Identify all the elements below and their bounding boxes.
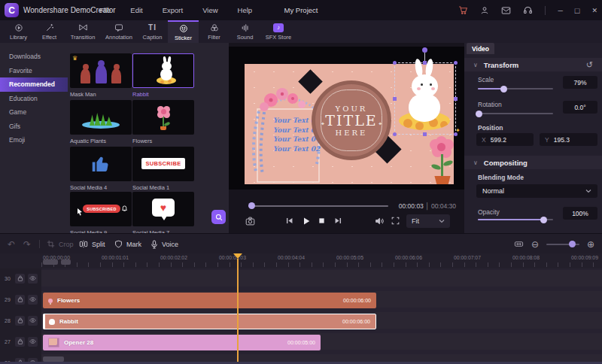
- tab-filter[interactable]: Filter: [199, 20, 230, 43]
- timeline-ruler[interactable]: 00:00:00:00 00:00:01:01 00:00:02:02 00:0…: [0, 253, 602, 268]
- lock-icon[interactable]: [15, 316, 25, 326]
- sticker-thumb-social-media-4[interactable]: [70, 147, 132, 181]
- scale-value[interactable]: 79%: [563, 76, 597, 89]
- sticker-card-social-media-1[interactable]: SUBSCRIBE Social Media 1: [132, 147, 194, 191]
- scale-slider[interactable]: [500, 86, 507, 93]
- sticker-thumb-aquatic-plants[interactable]: [70, 100, 132, 135]
- chevron-down-icon[interactable]: ∨: [473, 159, 478, 166]
- sticker-thumb-flowers[interactable]: [132, 100, 194, 135]
- menu-edit[interactable]: Edit: [130, 6, 142, 14]
- menu-file[interactable]: File: [99, 6, 111, 14]
- sticker-card-social-media-9[interactable]: SUBSCRIBED Social Media 9: [70, 192, 132, 236]
- rotation-slider[interactable]: [476, 111, 482, 117]
- cart-icon[interactable]: [458, 5, 468, 15]
- lock-icon[interactable]: [15, 337, 25, 347]
- fullscreen-icon[interactable]: [391, 217, 400, 225]
- selection-handle-e[interactable]: [454, 97, 458, 101]
- crop-tool[interactable]: Crop: [47, 234, 74, 254]
- eye-icon[interactable]: [28, 316, 38, 326]
- sticker-thumb-rabbit[interactable]: [132, 53, 194, 88]
- maximize-button[interactable]: □: [575, 6, 580, 15]
- selection-handle-se[interactable]: [454, 132, 458, 136]
- play-button[interactable]: [302, 217, 311, 226]
- tab-caption[interactable]: TI Caption: [137, 20, 168, 43]
- eye-icon[interactable]: [28, 337, 38, 347]
- lock-icon[interactable]: [15, 295, 25, 305]
- volume-icon[interactable]: [375, 217, 385, 226]
- sticker-search-button[interactable]: [211, 210, 226, 224]
- menu-export[interactable]: Export: [163, 6, 183, 14]
- rotation-handle[interactable]: [422, 47, 427, 53]
- sticker-card-mask-man[interactable]: ♛ Mask Man: [70, 53, 132, 98]
- opacity-value[interactable]: 100%: [563, 207, 597, 220]
- tab-effect[interactable]: Effect: [34, 20, 65, 43]
- tab-video-properties[interactable]: Video: [467, 43, 494, 54]
- sticker-thumb-social-media-9[interactable]: SUBSCRIBED: [70, 192, 132, 226]
- snapshot-camera-icon[interactable]: [245, 217, 255, 226]
- redo-button[interactable]: ↷: [23, 234, 31, 254]
- tab-annotation[interactable]: Annotation: [101, 20, 137, 43]
- tab-sfx-store[interactable]: ♪ SFX Store: [260, 20, 296, 43]
- clip-rabbit-selected[interactable]: Rabbit 00:00:06:00: [43, 314, 376, 329]
- preview-zoom-select[interactable]: Fit: [406, 214, 450, 228]
- split-tool[interactable]: Split: [79, 234, 105, 254]
- selection-handle-n[interactable]: [423, 61, 427, 65]
- sticker-card-social-media-7[interactable]: ♥ Social Media 7: [132, 192, 194, 236]
- compositing-section-header[interactable]: ∨ Compositing: [464, 156, 602, 169]
- timeline-zoom-thumb[interactable]: [569, 241, 576, 247]
- previous-frame-button[interactable]: [285, 217, 293, 225]
- voice-tool[interactable]: Voice: [150, 234, 178, 254]
- clip-opener-28[interactable]: Opener 28 00:00:05:00: [43, 335, 321, 350]
- menu-view[interactable]: View: [202, 6, 217, 14]
- close-button[interactable]: ✕: [591, 7, 597, 14]
- tab-transition[interactable]: Transition: [65, 20, 101, 43]
- preview-scrubber-thumb[interactable]: [248, 202, 255, 209]
- preview-canvas[interactable]: Your Text 01 Your Text 03 Your Text 04 Y…: [245, 64, 454, 184]
- blending-mode-select[interactable]: Normal: [476, 184, 597, 198]
- tab-sticker[interactable]: Sticker: [168, 20, 199, 43]
- reset-icon[interactable]: ↺: [586, 60, 593, 70]
- selection-handle-nw[interactable]: [393, 61, 397, 65]
- zoom-in-icon[interactable]: ⊕: [587, 239, 594, 250]
- sticker-card-flowers[interactable]: Flowers: [132, 100, 194, 144]
- chevron-down-icon[interactable]: ∨: [473, 62, 478, 68]
- zoom-out-icon[interactable]: ⊖: [531, 239, 539, 250]
- opacity-slider[interactable]: [540, 217, 547, 223]
- sidebar-item-recommended[interactable]: Recommended: [0, 77, 68, 92]
- support-headset-icon[interactable]: [523, 5, 533, 15]
- preview-scrubber[interactable]: [248, 205, 388, 207]
- mark-tool[interactable]: Mark: [114, 234, 141, 254]
- stop-button[interactable]: [318, 217, 326, 225]
- selection-handle-sw[interactable]: [393, 132, 397, 136]
- account-icon[interactable]: [480, 6, 489, 15]
- position-y-input[interactable]: Y 195.3: [540, 133, 597, 146]
- sidebar-item-downloads[interactable]: Downloads: [0, 50, 68, 64]
- fit-timeline-icon[interactable]: [514, 240, 524, 248]
- selection-handle-s[interactable]: [423, 132, 427, 136]
- sidebar-item-favorite[interactable]: Favorite: [0, 64, 68, 78]
- eye-icon[interactable]: [28, 274, 38, 284]
- sticker-thumb-social-media-1[interactable]: SUBSCRIBE: [132, 147, 194, 181]
- transform-section-header[interactable]: ∨ Transform ↺: [464, 58, 602, 71]
- sticker-card-aquatic-plants[interactable]: Aquatic Plants: [70, 100, 132, 144]
- minimize-button[interactable]: ─: [558, 7, 562, 14]
- menu-help[interactable]: Help: [238, 6, 253, 14]
- selection-handle-ne[interactable]: [454, 61, 458, 65]
- sticker-thumb-social-media-7[interactable]: ♥: [132, 192, 194, 226]
- sidebar-item-emoji[interactable]: Emoji: [0, 133, 68, 147]
- sticker-card-social-media-4[interactable]: Social Media 4: [70, 147, 132, 191]
- rabbit-sticker-selected[interactable]: [397, 65, 453, 132]
- tab-sound[interactable]: Sound: [230, 20, 260, 43]
- rotation-value[interactable]: 0.0°: [563, 101, 597, 114]
- undo-button[interactable]: ↶: [8, 234, 15, 254]
- lock-icon[interactable]: [15, 274, 25, 284]
- eye-icon[interactable]: [28, 295, 38, 305]
- position-x-input[interactable]: X 599.2: [476, 133, 534, 146]
- title-badge[interactable]: YOUR TITLE HERE ✦ ✦: [312, 80, 391, 160]
- clip-flowers[interactable]: Flowers 00:00:06:00: [43, 293, 376, 308]
- tab-library[interactable]: Library: [3, 20, 34, 43]
- sidebar-item-game[interactable]: Game: [0, 105, 68, 120]
- mail-icon[interactable]: [501, 6, 511, 15]
- clip-trim-handle[interactable]: [43, 314, 45, 329]
- next-frame-button[interactable]: [334, 217, 342, 225]
